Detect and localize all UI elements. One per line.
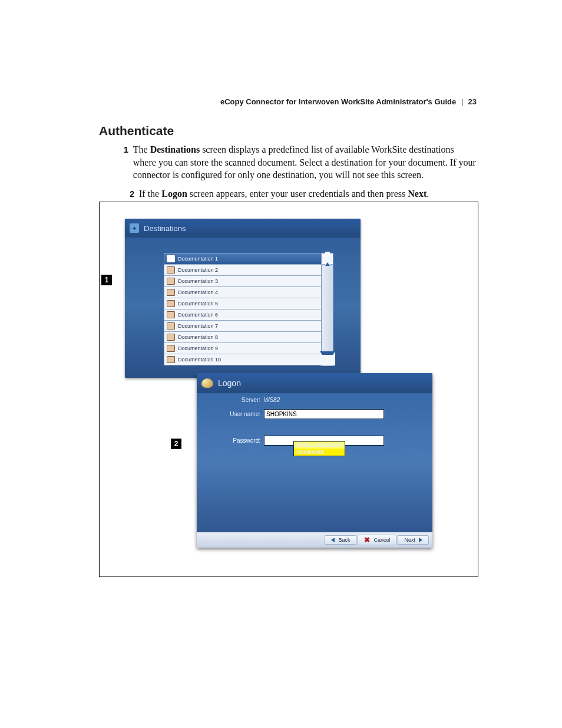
logon-window: Logon Server: WS82 User name: Password: … [197,373,432,548]
section-heading: Authenticate [99,124,174,138]
logon-footer: Back ✖ Cancel Next [197,532,432,548]
chevron-down-icon [320,351,335,365]
list-item[interactable]: Documentation 10 [164,354,322,365]
logon-titlebar: Logon [197,373,432,393]
folder-icon [167,255,175,262]
figure-frame: ✦ Destinations Documentation 1 Documenta… [99,202,478,577]
destinations-icon: ✦ [130,223,139,233]
destinations-title: Destinations [144,224,186,233]
arrow-left-icon [331,538,335,542]
list-item[interactable]: Documentation 2 [164,265,322,276]
logon-form: Server: WS82 User name: Password: SHOLLI… [226,397,384,452]
list-item[interactable]: Documentation 3 [164,276,322,287]
autocomplete-item[interactable]: SHOPKINS [294,449,345,456]
list-item[interactable]: Documentation 7 [164,321,322,332]
autocomplete-popup: SHOLLINGSHEAD SHOPKINS [293,441,345,456]
username-label: User name: [226,411,260,417]
step-number: 2 [124,189,134,200]
folder-icon [167,300,175,307]
list-item[interactable]: Documentation 5 [164,298,322,309]
folder-icon [167,345,175,352]
list-item[interactable]: Documentation 1 [164,253,322,265]
step-text: If the Logon screen appears, enter your … [139,187,429,200]
body-text: 1 The Destinations screen displays a pre… [124,143,477,206]
back-button[interactable]: Back [325,535,356,545]
folder-icon [167,322,175,330]
folder-icon [167,334,175,341]
chevron-up-icon [325,252,330,266]
close-icon: ✖ [364,536,370,543]
list-item[interactable]: Documentation 8 [164,332,322,343]
page-header: eCopy Connector for Interwoven WorkSite … [220,97,477,106]
callout-2: 2 [171,439,181,449]
folder-icon [167,356,175,363]
cancel-button[interactable]: ✖ Cancel [358,535,396,545]
callout-1: 1 [101,275,112,285]
header-separator [462,99,462,106]
key-icon [201,378,213,388]
folder-icon [167,278,175,285]
page-number: 23 [468,97,477,106]
list-item[interactable]: Documentation 6 [164,309,322,321]
step-2: 2 If the Logon screen appears, enter you… [124,187,477,200]
username-field[interactable] [264,409,384,419]
username-row: User name: [226,409,384,419]
autocomplete-item[interactable]: SHOLLINGSHEAD [294,442,345,449]
folder-icon [167,266,175,274]
destinations-list: Documentation 1 Documentation 2 Document… [164,253,322,365]
next-button[interactable]: Next [398,535,429,545]
server-value: WS82 [264,397,280,403]
scroll-up-button[interactable] [322,253,333,265]
destinations-window: ✦ Destinations Documentation 1 Documenta… [125,219,361,378]
step-text: The Destinations screen displays a prede… [133,143,477,182]
password-label: Password: [226,437,260,444]
server-label: Server: [226,397,260,403]
list-item[interactable]: Documentation 9 [164,343,322,354]
scrollbar[interactable] [322,253,333,366]
arrow-right-icon [419,538,422,542]
step-number: 1 [124,144,128,182]
server-row: Server: WS82 [226,397,384,403]
logon-title: Logon [218,378,241,388]
list-item[interactable]: Documentation 4 [164,287,322,298]
scroll-down-button[interactable] [322,354,333,365]
doc-title: eCopy Connector for Interwoven WorkSite … [220,97,456,106]
destinations-titlebar: ✦ Destinations [125,219,361,238]
step-1: 1 The Destinations screen displays a pre… [124,143,477,182]
folder-icon [167,311,175,318]
folder-icon [167,289,175,296]
